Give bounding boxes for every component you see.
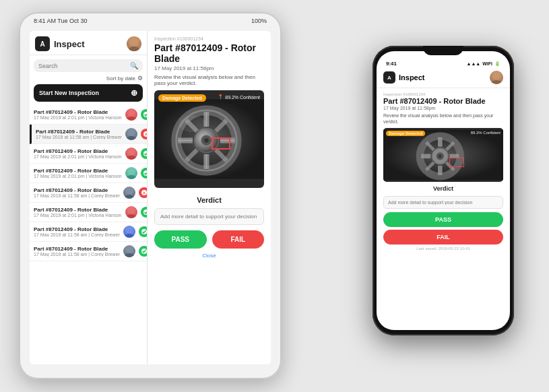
phone-analysis-image: Damage Detected 89.2% Confident bbox=[383, 128, 503, 182]
svg-point-3 bbox=[127, 117, 136, 121]
list-item[interactable]: Part #87012409 - Rotor Blade 17 May 2019… bbox=[30, 183, 147, 203]
phone-app-title: Inspect bbox=[399, 73, 486, 81]
svg-text:✕: ✕ bbox=[142, 191, 146, 195]
item-avatar bbox=[125, 128, 137, 140]
phone-header: A Inspect bbox=[377, 69, 510, 88]
list-item[interactable]: Part #87012409 - Rotor Blade 17 May 2019… bbox=[30, 164, 147, 183]
inspection-list: Part #87012409 - Rotor Blade 17 May 2019… bbox=[30, 105, 147, 364]
review-text: Review the visual analysis below and the… bbox=[154, 74, 264, 86]
list-item[interactable]: Part #87012409 - Rotor Blade 17 May 2019… bbox=[30, 125, 147, 144]
phone-part-date: 17 May 2019 at 11:58pm bbox=[383, 106, 503, 110]
fail-button[interactable]: FAIL bbox=[212, 230, 265, 249]
svg-point-19 bbox=[129, 207, 134, 213]
status-indicator bbox=[141, 148, 148, 159]
phone-verdict-input[interactable] bbox=[383, 196, 503, 209]
detection-box bbox=[212, 137, 230, 150]
svg-point-25 bbox=[127, 247, 132, 252]
phone-time: 9:41 bbox=[386, 61, 397, 67]
svg-point-46 bbox=[179, 116, 207, 132]
phone-verdict-buttons: PASS FAIL bbox=[383, 212, 503, 244]
verdict-buttons: PASS FAIL bbox=[154, 230, 264, 249]
svg-point-1 bbox=[129, 46, 139, 51]
analysis-image: Damage Detected 📍 89.2% Confident bbox=[154, 90, 264, 188]
status-indicator: ✕ bbox=[141, 129, 147, 139]
status-indicator bbox=[141, 207, 148, 218]
scene: 8:41 AM Tue Oct 30 100% A Inspect bbox=[0, 0, 549, 392]
phone: 9:41 ▲▲▲ WiFi 🔋 A Inspect Inspection #10… bbox=[373, 46, 514, 335]
close-link[interactable]: Close bbox=[154, 253, 264, 259]
svg-point-5 bbox=[129, 129, 134, 135]
svg-point-12 bbox=[129, 168, 134, 174]
svg-point-2 bbox=[129, 110, 134, 115]
svg-point-47 bbox=[493, 72, 500, 79]
svg-point-23 bbox=[125, 234, 134, 238]
search-input[interactable] bbox=[38, 63, 127, 69]
svg-point-61 bbox=[439, 155, 442, 158]
phone-pass-button[interactable]: PASS bbox=[383, 212, 503, 227]
svg-point-13 bbox=[127, 175, 136, 179]
item-avatar bbox=[125, 167, 137, 179]
svg-point-48 bbox=[491, 80, 502, 84]
phone-detection-box bbox=[449, 158, 464, 167]
status-indicator bbox=[139, 246, 147, 257]
svg-point-6 bbox=[127, 136, 136, 140]
add-icon: ⊕ bbox=[131, 88, 137, 98]
phone-verdict-label: Verdict bbox=[383, 185, 503, 192]
svg-point-9 bbox=[129, 149, 134, 154]
signal-icon: ▲▲▲ bbox=[466, 61, 480, 66]
list-item[interactable]: Part #87012409 - Rotor Blade 17 May 2019… bbox=[30, 242, 147, 261]
damage-badge: Damage Detected bbox=[158, 94, 206, 102]
phone-damage-badge: Damage Detected bbox=[386, 131, 425, 136]
left-panel: A Inspect 🔍 Sort by date bbox=[30, 31, 148, 364]
list-item[interactable]: Part #87012409 - Rotor Blade 17 May 2019… bbox=[30, 203, 147, 222]
sort-bar[interactable]: Sort by date ⚙ bbox=[30, 75, 147, 84]
user-avatar[interactable] bbox=[127, 36, 141, 51]
item-avatar bbox=[123, 187, 135, 199]
phone-content: Inspection #100001234 Part #87012409 - R… bbox=[377, 88, 510, 330]
phone-screen: 9:41 ▲▲▲ WiFi 🔋 A Inspect Inspection #10… bbox=[377, 51, 510, 330]
svg-point-26 bbox=[125, 253, 134, 257]
sort-label: Sort by date bbox=[106, 75, 135, 81]
inspection-id: Inspection #100001234 bbox=[154, 36, 264, 41]
item-avatar bbox=[123, 226, 135, 238]
list-item[interactable]: Part #87012409 - Rotor Blade 17 May 2019… bbox=[30, 222, 147, 242]
item-avatar bbox=[123, 245, 135, 257]
svg-point-16 bbox=[125, 195, 134, 199]
tablet-time: 8:41 AM Tue Oct 30 bbox=[34, 18, 88, 24]
phone-inspection-id: Inspection #100001234 bbox=[383, 92, 503, 96]
list-item[interactable]: Part #87012409 - Rotor Blade 17 May 2019… bbox=[30, 144, 147, 164]
part-title: Part #87012409 - Rotor Blade bbox=[154, 42, 264, 64]
verdict-label: Verdict bbox=[154, 196, 264, 204]
pin-icon: 📍 bbox=[218, 94, 224, 100]
item-avatar bbox=[125, 148, 137, 160]
verdict-input[interactable] bbox=[154, 208, 264, 225]
search-icon: 🔍 bbox=[130, 62, 138, 69]
phone-part-title: Part #87012409 - Rotor Blade bbox=[383, 97, 503, 105]
status-indicator bbox=[139, 226, 147, 237]
battery-icon: 🔋 bbox=[494, 61, 500, 67]
status-indicator bbox=[141, 168, 148, 178]
start-inspection-button[interactable]: Start New Inspection ⊕ bbox=[34, 84, 143, 102]
tablet-screen: A Inspect 🔍 Sort by date bbox=[30, 31, 271, 364]
app-logo: A bbox=[35, 36, 50, 51]
phone-user-avatar[interactable] bbox=[490, 71, 503, 84]
phone-fail-button[interactable]: FAIL bbox=[383, 230, 503, 244]
phone-confidence: 89.2% Confident bbox=[471, 131, 500, 135]
item-avatar bbox=[125, 206, 137, 218]
app-header: A Inspect bbox=[30, 31, 147, 55]
status-indicator: ✕ bbox=[139, 187, 147, 198]
svg-point-15 bbox=[127, 188, 132, 193]
svg-point-10 bbox=[127, 156, 136, 160]
svg-point-22 bbox=[127, 227, 132, 232]
part-date: 17 May 2019 at 11:58pm bbox=[154, 65, 264, 71]
svg-text:✕: ✕ bbox=[144, 132, 147, 137]
list-item[interactable]: Part #87012409 - Rotor Blade 17 May 2019… bbox=[30, 105, 147, 125]
pass-button[interactable]: PASS bbox=[154, 230, 207, 249]
svg-point-0 bbox=[131, 38, 137, 45]
search-bar[interactable]: 🔍 bbox=[34, 59, 143, 72]
phone-notch bbox=[423, 46, 463, 55]
phone-footer: Last saved: 2019-05-22 10:41 bbox=[383, 244, 503, 253]
detail-panel: Inspection #100001234 Part #87012409 - R… bbox=[148, 31, 271, 364]
status-indicator bbox=[141, 109, 148, 120]
verdict-section: Verdict PASS FAIL bbox=[154, 196, 264, 249]
